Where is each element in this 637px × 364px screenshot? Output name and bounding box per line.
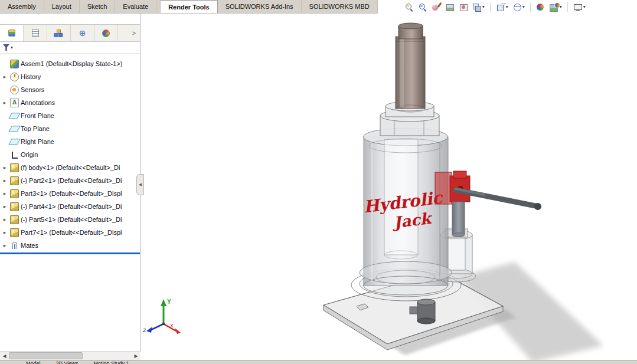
display-monitor-button[interactable]: ▾ [573, 2, 586, 12]
scroll-right-icon[interactable] [132, 352, 141, 360]
expander-icon[interactable] [1, 178, 8, 183]
dropdown-caret-icon[interactable]: ▾ [506, 4, 508, 9]
ribbon-tab-label: Evaluate [123, 3, 148, 10]
tree-item[interactable]: (-) Part2<1> (Default<<Default>_Di [0, 174, 140, 187]
edit-appearance-icon [432, 2, 441, 12]
plane-icon [8, 113, 20, 119]
displaymanager-icon [102, 29, 110, 37]
document-tab-3d-views[interactable]: 3D Views [56, 360, 79, 364]
ribbon: AssemblyLayoutSketchEvaluateRender Tools… [0, 0, 637, 14]
scroll-track[interactable] [9, 352, 132, 360]
panel-splitter[interactable] [0, 252, 140, 254]
render-sphere-button[interactable] [535, 2, 546, 12]
featuremanager-tab[interactable] [0, 25, 24, 41]
tree-item[interactable]: (f) body<1> (Default<<Default>_Di [0, 161, 140, 174]
dimxpertmanager-tab[interactable] [71, 25, 94, 41]
featuremanager-icon [8, 29, 15, 37]
propertymanager-tab[interactable] [24, 25, 47, 41]
x-axis-label: X [170, 323, 174, 329]
ribbon-tab-label: SOLIDWORKS MBD [309, 3, 370, 10]
expander-icon[interactable] [1, 165, 8, 170]
tree-item-label: (-) Part4<1> (Default<<Default>_Di [21, 203, 122, 210]
tree-item[interactable]: Mates [0, 239, 140, 252]
part-icon [10, 202, 19, 211]
configurationmanager-icon [55, 29, 63, 37]
graphics-viewport[interactable]: Hydrolic Jack [141, 14, 637, 360]
dropdown-caret-icon[interactable]: ▾ [522, 4, 525, 9]
feature-manager-panel: Assem1 (Default<Display State-1>) Histor… [0, 14, 141, 364]
tree-item[interactable]: (-) Part4<1> (Default<<Default>_Di [0, 200, 140, 213]
pump-bracket[interactable] [435, 171, 470, 204]
expander-icon[interactable] [1, 100, 8, 106]
edit-appearance-button[interactable] [431, 2, 442, 12]
view-cube-icon [496, 2, 505, 12]
sensors-icon [10, 86, 19, 94]
expander-icon[interactable] [1, 217, 8, 222]
scroll-thumb[interactable] [9, 352, 83, 359]
tab-render-tools[interactable]: Render Tools [160, 0, 217, 13]
piston-ram[interactable] [396, 23, 425, 112]
tree-item[interactable]: Part7<1> (Default<<Default>_Displ [0, 226, 140, 239]
tree-item[interactable]: Sensors [0, 83, 140, 96]
pump-link[interactable] [452, 202, 465, 237]
origin-icon [10, 150, 19, 159]
copy-appearance-button[interactable]: ▾ [472, 2, 485, 12]
tree-item[interactable]: (-) Part5<1> (Default<<Default>_Di [0, 213, 140, 226]
panel-collapse-arrow[interactable] [136, 174, 144, 195]
display-monitor-icon [573, 2, 583, 12]
toolbar-separator [530, 2, 531, 12]
panel-tab-strip [0, 24, 140, 42]
zoom-area-button[interactable] [417, 2, 428, 12]
render-image-button[interactable]: ▾ [549, 2, 563, 12]
filter-row [0, 42, 140, 54]
tree-item-label: (-) Part5<1> (Default<<Default>_Di [21, 216, 122, 223]
jack-assembly-scene[interactable]: Hydrolic Jack [141, 14, 637, 360]
tree-item-label: Sensors [21, 86, 44, 93]
tab-assembly[interactable]: Assembly [0, 0, 44, 13]
tree-item[interactable]: Origin [0, 148, 140, 161]
edit-scene-icon [445, 2, 455, 12]
toolbar-separator [567, 2, 568, 12]
tree-item[interactable]: Top Plane [0, 122, 140, 135]
dropdown-caret-icon[interactable]: ▾ [482, 4, 485, 9]
zoom-in-button[interactable] [404, 2, 414, 12]
document-tab-motion-study-1[interactable]: Motion Study 1 [93, 360, 129, 364]
configurationmanager-tab[interactable] [47, 25, 71, 41]
scroll-left-icon[interactable] [0, 352, 9, 360]
tab-solidworks-mbd[interactable]: SOLIDWORKS MBD [302, 0, 378, 13]
dropdown-caret-icon[interactable]: ▾ [583, 4, 586, 9]
propertymanager-icon [32, 29, 39, 37]
view-cube-button[interactable]: ▾ [495, 2, 509, 12]
edit-decal-button[interactable] [458, 2, 469, 12]
displaymanager-tab[interactable] [94, 25, 118, 41]
expander-icon[interactable] [1, 74, 8, 80]
document-tab-model[interactable]: Model [26, 360, 41, 364]
tree-item-label: (f) body<1> (Default<<Default>_Di [21, 164, 120, 171]
tab-layout[interactable]: Layout [44, 0, 80, 13]
tree-item[interactable]: Part3<1> (Default<<Default>_Displ [0, 187, 140, 200]
tab-sketch[interactable]: Sketch [80, 0, 116, 13]
tree-item[interactable]: Assem1 (Default<Display State-1>) [0, 57, 140, 70]
panel-horizontal-scrollbar[interactable] [0, 351, 141, 360]
filter-funnel-icon[interactable] [3, 44, 9, 51]
tree-item[interactable]: Front Plane [0, 109, 140, 122]
tab-solidworks-add-ins[interactable]: SOLIDWORKS Add-Ins [218, 0, 302, 13]
render-toolbar: ▾ ▾ ▾ ▾ ▾ [404, 0, 586, 14]
tab-evaluate[interactable]: Evaluate [115, 0, 156, 13]
expander-icon[interactable] [1, 242, 8, 248]
tree-item[interactable]: Right Plane [0, 135, 140, 148]
edit-scene-button[interactable] [445, 2, 455, 12]
toolbar-separator [490, 2, 491, 12]
expander-icon[interactable] [1, 229, 8, 235]
tree-item[interactable]: History [0, 70, 140, 83]
dimxpertmanager-icon [79, 29, 86, 37]
tree-item[interactable]: Annotations [0, 96, 140, 109]
expander-icon[interactable] [1, 204, 8, 209]
assembly-icon [10, 60, 19, 68]
view-orientation-button[interactable]: ▾ [512, 2, 525, 12]
expander-icon[interactable] [1, 191, 8, 196]
part-icon [10, 176, 19, 185]
zoom-in-icon [404, 2, 414, 12]
panel-tabs-overflow-chevron-icon[interactable] [128, 25, 140, 41]
filter-dropdown-caret-icon[interactable] [11, 45, 13, 50]
